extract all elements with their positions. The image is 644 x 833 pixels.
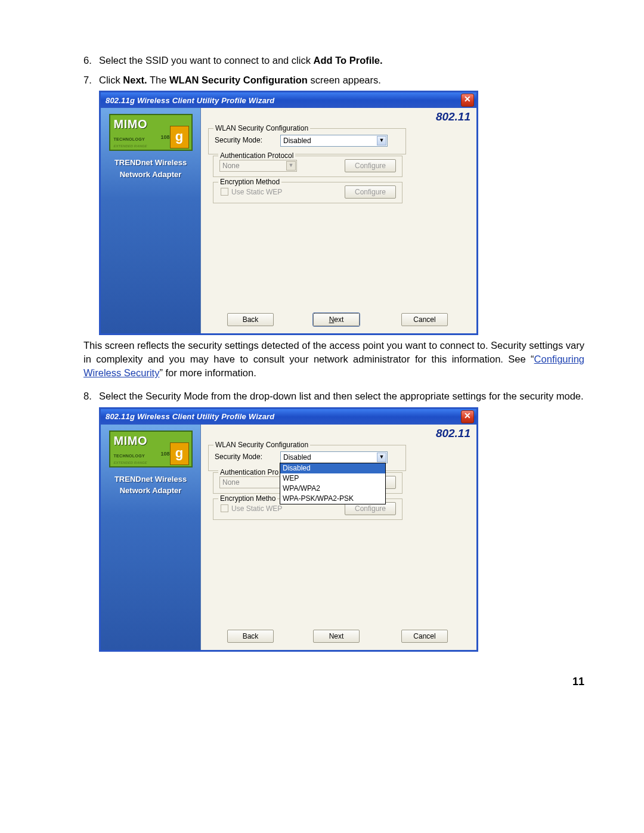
group-auth-title: Authentication Protocol: [218, 151, 295, 160]
security-mode-value: Disabled: [283, 137, 311, 145]
auth-protocol-value: None: [222, 478, 240, 487]
chevron-down-icon: ▼: [286, 161, 296, 171]
step-bold: Add To Profile.: [314, 55, 383, 66]
step-number: 8.: [83, 389, 99, 403]
logo-text: MIMO: [114, 434, 147, 448]
next-button[interactable]: Next: [313, 313, 360, 326]
group-enc-title: Encryption Metho: [218, 494, 277, 503]
group-enc-title: Encryption Method: [218, 178, 281, 186]
close-icon[interactable]: ✕: [461, 410, 474, 423]
use-static-wep-checkbox: [221, 504, 228, 512]
sidebar-line1: TRENDnet Wireless: [101, 157, 200, 169]
sidebar-brand: TRENDnet Wireless Network Adapter: [101, 157, 200, 180]
group-security-title: WLAN Security Configuration: [213, 124, 310, 132]
logo-tech: TECHNOLOGY: [114, 454, 145, 458]
step-6: 6.Select the SSID you want to connect to…: [83, 54, 584, 67]
close-icon[interactable]: ✕: [461, 94, 474, 107]
logo-tech: TECHNOLOGY: [114, 137, 145, 141]
auth-protocol-value: None: [222, 162, 240, 170]
group-authentication: Authentication Protocol None ▼ Configure: [213, 156, 402, 177]
logo-text: MIMO: [114, 117, 147, 131]
step-text: Click: [99, 75, 123, 85]
group-auth-title: Authentication Pro: [218, 468, 280, 476]
cancel-button[interactable]: Cancel: [401, 630, 448, 643]
auth-protocol-select: None ▼: [219, 160, 297, 172]
window-title: 802.11g Wireless Client Utility Profile …: [106, 96, 275, 105]
step-bold: Next.: [123, 75, 147, 85]
use-static-wep-checkbox: [221, 188, 228, 196]
mimo-logo: MIMO TECHNOLOGY 108 EXTENDED RANGE g: [109, 431, 193, 467]
security-mode-select[interactable]: Disabled ▼: [280, 451, 388, 463]
wizard-window-1: 802.11g Wireless Client Utility Profile …: [99, 91, 478, 335]
after-step7-paragraph: This screen reflects the security settin…: [83, 339, 584, 380]
security-mode-value: Disabled: [283, 453, 311, 462]
chevron-down-icon[interactable]: ▼: [377, 136, 386, 145]
sidebar-line2: Network Adapter: [101, 169, 200, 181]
titlebar[interactable]: 802.11g Wireless Client Utility Profile …: [101, 409, 476, 425]
mimo-logo: MIMO TECHNOLOGY 108 EXTENDED RANGE g: [109, 114, 193, 151]
use-static-wep-label: Use Static WEP: [231, 504, 282, 513]
step-number: 6.: [83, 54, 99, 67]
window-title: 802.11g Wireless Client Utility Profile …: [106, 412, 275, 421]
dropdown-option-wep[interactable]: WEP: [280, 473, 385, 484]
group-encryption: Encryption Method Use Static WEP Configu…: [213, 182, 402, 203]
logo-108: 108: [160, 451, 169, 457]
page-number: 11: [83, 676, 584, 688]
back-button[interactable]: Back: [227, 313, 274, 326]
logo-ext: EXTENDED RANGE: [114, 144, 147, 148]
step-7: 7.Click Next. The WLAN Security Configur…: [83, 73, 584, 87]
logo-108: 108: [160, 134, 169, 140]
security-mode-dropdown-list[interactable]: Disabled WEP WPA/WPA2 WPA-PSK/WPA2-PSK: [280, 463, 386, 504]
security-mode-select[interactable]: Disabled ▼: [280, 135, 388, 147]
sidebar-line2: Network Adapter: [101, 485, 200, 497]
enc-configure-button: Configure: [345, 185, 396, 199]
step-text: Select the SSID you want to connect to a…: [99, 55, 314, 66]
step-number: 7.: [83, 73, 99, 87]
dropdown-option-wpapsk[interactable]: WPA-PSK/WPA2-PSK: [280, 494, 385, 504]
security-mode-label: Security Mode:: [215, 453, 262, 461]
wizard-sidebar: MIMO TECHNOLOGY 108 EXTENDED RANGE g TRE…: [101, 108, 201, 333]
logo-g: g: [170, 442, 189, 465]
group-security: WLAN Security Configuration Security Mod…: [208, 128, 406, 154]
dropdown-option-disabled[interactable]: Disabled: [280, 463, 385, 473]
wizard-main-panel: 802.11 WLAN Security Configuration Secur…: [201, 108, 476, 333]
wizard-sidebar: MIMO TECHNOLOGY 108 EXTENDED RANGE g TRE…: [101, 425, 201, 650]
group-security-title: WLAN Security Configuration: [213, 441, 310, 449]
logo-ext: EXTENDED RANGE: [114, 461, 147, 465]
wizard-window-2: 802.11g Wireless Client Utility Profile …: [99, 407, 478, 652]
security-mode-label: Security Mode:: [215, 136, 262, 144]
brand-80211: 802.11: [436, 427, 470, 440]
para-text: This screen reflects the security settin…: [83, 340, 584, 364]
step-text: The: [147, 75, 169, 85]
use-static-wep-label: Use Static WEP: [231, 188, 282, 196]
dropdown-option-wpa[interactable]: WPA/WPA2: [280, 484, 385, 494]
back-button[interactable]: Back: [227, 630, 274, 643]
document-page: 6.Select the SSID you want to connect to…: [0, 0, 644, 724]
brand-80211: 802.11: [436, 110, 470, 123]
chevron-down-icon[interactable]: ▼: [377, 453, 386, 462]
wizard-button-row: Back Next Cancel: [201, 630, 476, 645]
wizard-button-row: Back Next Cancel: [201, 313, 476, 329]
step-text: Select the Security Mode from the drop-d…: [99, 391, 584, 401]
wizard-main-panel: 802.11 WLAN Security Configuration Secur…: [201, 425, 476, 650]
cancel-button[interactable]: Cancel: [401, 313, 448, 326]
titlebar[interactable]: 802.11g Wireless Client Utility Profile …: [101, 92, 476, 108]
auth-configure-button: Configure: [345, 159, 396, 172]
step-text: screen appears.: [308, 75, 381, 85]
step-bold: WLAN Security Configuration: [169, 75, 308, 85]
logo-g: g: [170, 126, 189, 148]
sidebar-line1: TRENDnet Wireless: [101, 473, 200, 485]
step-8: 8.Select the Security Mode from the drop…: [83, 389, 584, 403]
sidebar-brand: TRENDnet Wireless Network Adapter: [101, 473, 200, 497]
para-text: ” for more information.: [159, 367, 256, 378]
next-button[interactable]: Next: [313, 630, 360, 643]
